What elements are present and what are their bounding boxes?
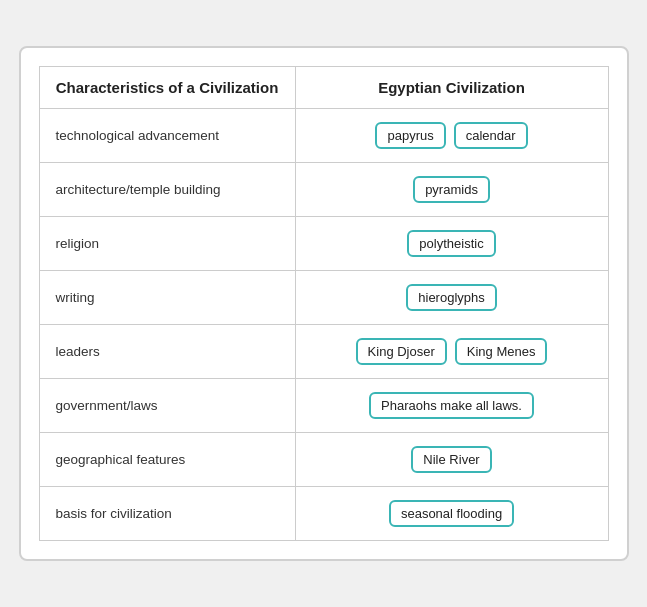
table-row: writinghieroglyphs [39, 271, 608, 325]
tag: Nile River [411, 446, 491, 473]
tag: pyramids [413, 176, 490, 203]
tag: polytheistic [407, 230, 495, 257]
value-cell-4: King DjoserKing Menes [295, 325, 608, 379]
tag: Pharaohs make all laws. [369, 392, 534, 419]
value-cell-0: papyruscalendar [295, 109, 608, 163]
tag: calendar [454, 122, 528, 149]
table-row: basis for civilizationseasonal flooding [39, 487, 608, 541]
label-cell-0: technological advancement [39, 109, 295, 163]
label-cell-5: government/laws [39, 379, 295, 433]
value-cell-6: Nile River [295, 433, 608, 487]
value-cell-1: pyramids [295, 163, 608, 217]
tag: seasonal flooding [389, 500, 514, 527]
col1-header: Characteristics of a Civilization [39, 67, 295, 109]
main-container: Characteristics of a Civilization Egypti… [19, 46, 629, 561]
tag: King Menes [455, 338, 548, 365]
value-cell-2: polytheistic [295, 217, 608, 271]
label-cell-2: religion [39, 217, 295, 271]
label-cell-6: geographical features [39, 433, 295, 487]
table-row: government/lawsPharaohs make all laws. [39, 379, 608, 433]
table-row: geographical featuresNile River [39, 433, 608, 487]
label-cell-1: architecture/temple building [39, 163, 295, 217]
label-cell-7: basis for civilization [39, 487, 295, 541]
table-row: architecture/temple buildingpyramids [39, 163, 608, 217]
tag: papyrus [375, 122, 445, 149]
value-cell-3: hieroglyphs [295, 271, 608, 325]
label-cell-3: writing [39, 271, 295, 325]
col2-header: Egyptian Civilization [295, 67, 608, 109]
civilization-table: Characteristics of a Civilization Egypti… [39, 66, 609, 541]
value-cell-5: Pharaohs make all laws. [295, 379, 608, 433]
tag: hieroglyphs [406, 284, 497, 311]
table-row: religionpolytheistic [39, 217, 608, 271]
tag: King Djoser [356, 338, 447, 365]
table-row: technological advancementpapyruscalendar [39, 109, 608, 163]
value-cell-7: seasonal flooding [295, 487, 608, 541]
table-row: leadersKing DjoserKing Menes [39, 325, 608, 379]
label-cell-4: leaders [39, 325, 295, 379]
